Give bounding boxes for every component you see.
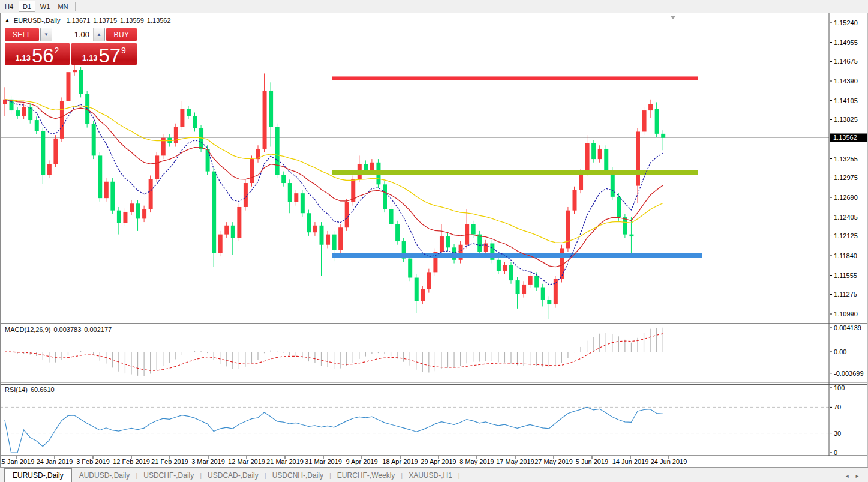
macd-histogram-bar — [561, 352, 562, 363]
volume-increase-button[interactable]: ▲ — [93, 28, 104, 41]
macd-histogram-bar — [637, 338, 638, 352]
candle-body — [623, 217, 627, 235]
candle-body — [231, 226, 235, 238]
chart-canvas[interactable]: 1.152401.149551.146751.143901.141051.138… — [0, 13, 868, 468]
macd-histogram-bar — [631, 343, 632, 352]
price-axis-label: 1.13255 — [834, 155, 858, 163]
date-axis-label: 27 May 2019 — [534, 458, 573, 465]
candle-body — [617, 197, 621, 217]
chart-symbol-title: EURUSD-,Daily — [14, 17, 61, 24]
hline-support[interactable] — [332, 253, 702, 258]
volume-decrease-button[interactable]: ▼ — [41, 28, 52, 41]
price-axis-label: 1.10990 — [834, 310, 858, 318]
tab-divider: | — [132, 469, 141, 482]
chart-tab-eurchf[interactable]: EURCHF-,Weekly — [335, 469, 397, 482]
chart-tab-usdcad[interactable]: USDCAD-,Daily — [205, 469, 261, 482]
candle-body — [117, 211, 121, 223]
candle-body — [598, 149, 602, 159]
macd-histogram-bar — [220, 352, 220, 364]
hline-resistance[interactable] — [332, 76, 698, 80]
candle-body — [92, 124, 96, 155]
rsi-pane[interactable] — [0, 407, 829, 453]
macd-histogram-bar — [549, 352, 549, 367]
macd-histogram-bar — [492, 352, 492, 361]
macd-histogram-bar — [410, 352, 410, 366]
candle-body — [187, 109, 191, 116]
macd-pane[interactable] — [4, 328, 663, 376]
macd-histogram-bar — [188, 352, 188, 352]
buy-price-display[interactable]: 1.13 57 9 — [71, 43, 137, 65]
tab-divider: | — [397, 469, 406, 482]
macd-histogram-bar — [378, 352, 379, 353]
macd-histogram-bar — [144, 352, 145, 376]
candle-body — [275, 127, 280, 175]
macd-histogram-bar — [346, 352, 347, 366]
macd-histogram-bar — [271, 350, 271, 352]
sell-button[interactable]: SELL — [5, 28, 39, 41]
main-price-pane[interactable] — [0, 60, 829, 319]
macd-histogram-bar — [327, 352, 328, 367]
tab-divider: | — [196, 469, 205, 482]
timeframe-button-w1[interactable]: W1 — [37, 1, 53, 12]
rsi-axis-label: 30 — [834, 430, 841, 437]
candle-body — [516, 280, 520, 294]
candle-body — [332, 235, 337, 250]
candle-body — [174, 127, 178, 143]
candle-body — [3, 100, 7, 104]
candle-body — [421, 289, 425, 301]
macd-histogram-bar — [283, 352, 284, 352]
sell-price-display[interactable]: 1.13 56 2 — [5, 43, 70, 65]
macd-histogram-bar — [479, 352, 480, 361]
candle-body — [155, 155, 159, 179]
macd-value-main: 0.003783 — [53, 326, 81, 333]
candle-body — [408, 259, 412, 278]
chart-tab-audusd[interactable]: AUDUSD-,Daily — [77, 469, 133, 482]
rsi-axis-label: 70 — [834, 403, 841, 411]
macd-histogram-bar — [200, 351, 201, 352]
tab-scroll-left-icon[interactable]: ◄ — [845, 474, 849, 479]
candle-body — [440, 236, 444, 252]
pane-separator — [0, 323, 868, 324]
macd-histogram-bar — [359, 352, 359, 359]
macd-histogram-bar — [175, 352, 176, 359]
buy-button[interactable]: BUY — [106, 28, 137, 41]
candle-body — [110, 182, 115, 211]
candle-body — [655, 109, 659, 134]
macd-histogram-bar — [80, 351, 81, 352]
macd-histogram-bar — [226, 352, 227, 366]
timeframe-button-d1[interactable]: D1 — [19, 1, 35, 12]
hline-mid-level[interactable] — [332, 170, 698, 175]
candle-body — [427, 272, 431, 289]
candle-body — [383, 184, 387, 209]
candle-body — [123, 212, 127, 223]
chart-tab-usdchf[interactable]: USDCHF-,Daily — [141, 469, 196, 482]
candle-body — [648, 104, 653, 110]
candle-body — [541, 287, 545, 300]
timeframe-button-mn[interactable]: MN — [55, 1, 71, 12]
macd-histogram-bar — [485, 352, 486, 361]
tab-scroll-right-icon[interactable]: ► — [855, 474, 860, 479]
chart-tab-usdcnh[interactable]: USDCNH-,Daily — [270, 469, 326, 482]
macd-histogram-bar — [428, 352, 429, 372]
macd-histogram-bar — [391, 352, 391, 356]
candle-body — [395, 224, 400, 242]
macd-histogram-bar — [580, 347, 581, 352]
candle-body — [585, 143, 590, 173]
macd-histogram-bar — [334, 352, 334, 369]
timeframe-button-h4[interactable]: H4 — [1, 1, 17, 12]
chart-tab-eurusd[interactable]: EURUSD-,Daily — [4, 468, 72, 482]
price-axis-label: 1.12690 — [834, 194, 858, 201]
macd-histogram-bar — [593, 337, 594, 352]
date-axis-label: 12 Feb 2019 — [113, 458, 150, 465]
volume-input[interactable] — [52, 28, 93, 41]
volume-stepper: ▼ ▲ — [40, 28, 105, 41]
macd-histogram-bar — [498, 352, 498, 362]
macd-histogram-bar — [524, 352, 524, 366]
chart-tab-xauusd[interactable]: XAUUSD-,H1 — [406, 469, 455, 482]
macd-histogram-bar — [74, 352, 74, 352]
date-axis-label: 8 May 2019 — [459, 458, 494, 465]
candle-body — [180, 109, 184, 127]
chart-shift-marker-icon[interactable] — [670, 16, 676, 19]
collapse-chart-icon[interactable]: ▲ — [5, 17, 10, 23]
rsi-axis-label: 0 — [834, 449, 837, 456]
